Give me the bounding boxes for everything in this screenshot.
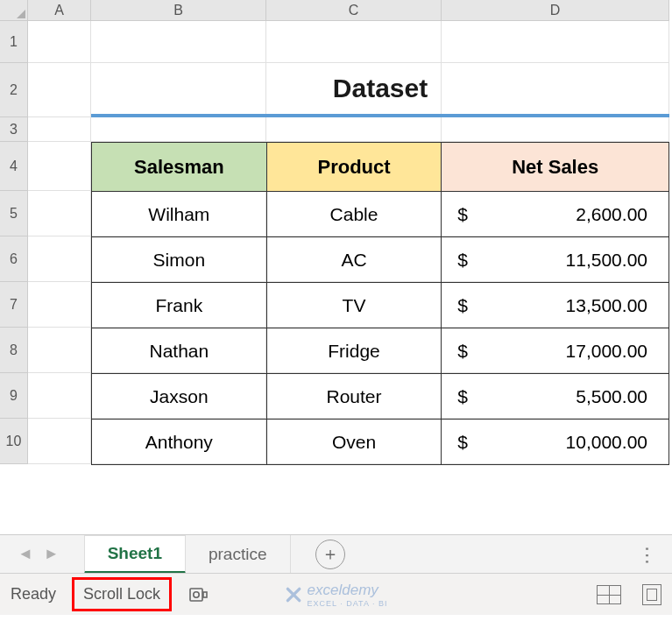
currency-symbol: $ <box>457 386 468 407</box>
col-header-d[interactable]: D <box>442 0 669 21</box>
header-netsales[interactable]: Net Sales <box>442 143 669 192</box>
row-header-8[interactable]: 8 <box>0 328 28 373</box>
currency-symbol: $ <box>457 341 468 362</box>
cell-netsales[interactable]: $11,500.00 <box>442 237 669 283</box>
row-header-10[interactable]: 10 <box>0 419 28 464</box>
row-header-2[interactable]: 2 <box>0 63 28 117</box>
cell-product[interactable]: AC <box>266 237 442 283</box>
svg-point-1 <box>194 591 199 596</box>
money-value: 13,500.00 <box>566 295 647 316</box>
status-bar: Ready Scroll Lock exceldemy EXCEL · DATA… <box>0 573 672 615</box>
header-salesman[interactable]: Salesman <box>92 143 267 192</box>
cell-product[interactable]: Oven <box>266 420 442 465</box>
currency-symbol: $ <box>457 204 468 225</box>
dataset-title[interactable]: Dataset <box>91 63 669 117</box>
row-header-4[interactable]: 4 <box>0 142 28 191</box>
cell-salesman[interactable]: Frank <box>92 283 267 328</box>
watermark-brand: exceldemy <box>308 582 378 598</box>
table-row[interactable]: Simon AC $11,500.00 <box>92 237 669 283</box>
currency-symbol: $ <box>457 295 468 316</box>
money-value: 5,500.00 <box>576 386 647 407</box>
sheet-tab-active[interactable]: Sheet1 <box>84 535 186 574</box>
table-row[interactable]: Nathan Fridge $17,000.00 <box>92 328 669 374</box>
cell-salesman[interactable]: Anthony <box>92 420 267 465</box>
cell-salesman[interactable]: Nathan <box>92 328 267 374</box>
cell-salesman[interactable]: Wilham <box>92 192 267 237</box>
cell-netsales[interactable]: $10,000.00 <box>442 420 669 465</box>
cell-product[interactable]: Fridge <box>266 328 442 374</box>
cell-product[interactable]: Router <box>266 374 442 420</box>
macro-record-icon[interactable] <box>187 584 209 605</box>
tab-more-icon[interactable]: ⋯ <box>636 545 659 563</box>
currency-symbol: $ <box>457 250 468 271</box>
svg-rect-0 <box>190 589 202 601</box>
money-value: 11,500.00 <box>566 250 647 271</box>
table-row[interactable]: Jaxson Router $5,500.00 <box>92 374 669 420</box>
cell-netsales[interactable]: $5,500.00 <box>442 374 669 420</box>
cell-salesman[interactable]: Jaxson <box>92 374 267 420</box>
cell-salesman[interactable]: Simon <box>92 237 267 283</box>
table-row[interactable]: Frank TV $13,500.00 <box>92 283 669 328</box>
cell-netsales[interactable]: $13,500.00 <box>442 283 669 328</box>
spreadsheet-grid[interactable]: Dataset Salesman Product Net Sales Wilha… <box>28 21 672 534</box>
header-product[interactable]: Product <box>266 143 442 192</box>
table-row[interactable]: Wilham Cable $2,600.00 <box>92 192 669 237</box>
col-header-c[interactable]: C <box>266 0 442 21</box>
money-value: 10,000.00 <box>566 432 647 453</box>
select-all-corner[interactable] <box>0 0 28 21</box>
cell-netsales[interactable]: $2,600.00 <box>442 192 669 237</box>
row-header-5[interactable]: 5 <box>0 191 28 236</box>
sheet-tab-bar: ◄ ► Sheet1 practice ＋ ⋯ <box>0 534 672 573</box>
data-table: Salesman Product Net Sales Wilham Cable … <box>91 142 669 465</box>
watermark-sub: EXCEL · DATA · BI <box>308 599 388 608</box>
row-header-1[interactable]: 1 <box>0 21 28 63</box>
currency-symbol: $ <box>457 432 468 453</box>
row-header-9[interactable]: 9 <box>0 373 28 419</box>
svg-rect-2 <box>203 592 207 597</box>
col-header-b[interactable]: B <box>91 0 266 21</box>
cell-product[interactable]: TV <box>266 283 442 328</box>
cell-product[interactable]: Cable <box>266 192 442 237</box>
row-header-3[interactable]: 3 <box>0 117 28 142</box>
status-scroll-lock: Scroll Lock <box>72 577 172 611</box>
table-row[interactable]: Anthony Oven $10,000.00 <box>92 420 669 465</box>
cell-netsales[interactable]: $17,000.00 <box>442 328 669 374</box>
add-sheet-button[interactable]: ＋ <box>315 540 345 569</box>
row-header-7[interactable]: 7 <box>0 282 28 328</box>
sheet-tab-practice[interactable]: practice <box>186 535 291 574</box>
money-value: 17,000.00 <box>566 341 647 362</box>
view-normal-icon[interactable] <box>597 585 621 604</box>
status-ready: Ready <box>11 585 56 603</box>
money-value: 2,600.00 <box>576 204 647 225</box>
col-header-a[interactable]: A <box>28 0 91 21</box>
watermark-logo-icon <box>285 586 302 603</box>
tab-nav-next-icon[interactable]: ► <box>44 545 60 563</box>
view-page-layout-icon[interactable] <box>642 584 661 605</box>
row-header-6[interactable]: 6 <box>0 236 28 282</box>
watermark: exceldemy EXCEL · DATA · BI <box>285 582 388 608</box>
plus-icon: ＋ <box>322 542 339 566</box>
tab-nav-prev-icon[interactable]: ◄ <box>18 545 33 563</box>
